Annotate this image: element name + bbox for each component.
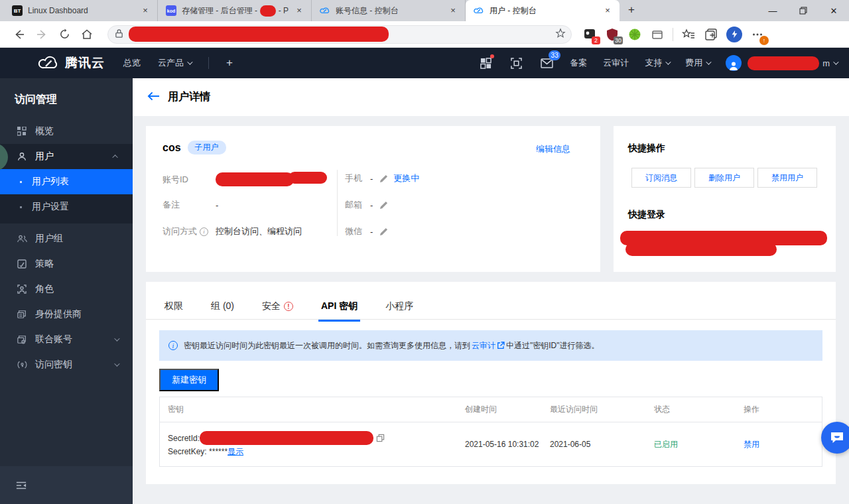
sidebar-item-label: 用户列表 [32,176,69,188]
tab-close-icon[interactable]: × [448,5,458,16]
email-field: 邮箱 - [345,199,388,211]
window-controls: — ✕ [757,0,849,21]
sidebar-item-access-keys[interactable]: 访问密钥 [0,352,133,377]
notification-dot [490,54,494,58]
edit-pencil-icon[interactable] [379,227,388,236]
chevron-down-icon [665,59,671,64]
sidebar-item-federated-accounts[interactable]: 联合账号 [0,327,133,352]
header-divider [208,57,209,69]
nav-billing[interactable]: 费用 [685,57,710,69]
sidebar-item-label: 身份提供商 [35,308,82,320]
show-key-link[interactable]: 显示 [228,447,243,456]
info-icon[interactable]: i [200,227,208,236]
messenger-icon[interactable] [726,27,742,42]
warning-icon: ! [284,302,293,311]
nav-cloud-products[interactable]: 云产品 [158,57,191,69]
folder-extension-icon[interactable] [650,27,665,42]
external-link-icon[interactable] [497,342,505,349]
browser-tab-linux-dashboard[interactable]: BT Linux Dashboard × [4,0,158,21]
update-badge-icon: ↑ [759,36,769,45]
sidebar-title: 访问管理 [0,78,133,119]
back-arrow-icon[interactable] [147,91,160,103]
favorite-star-icon[interactable] [555,28,566,40]
edit-pencil-icon[interactable] [379,201,388,210]
restore-button[interactable] [788,0,818,21]
browser-menu-icon[interactable]: ↑ [750,27,765,42]
nav-beian[interactable]: 备案 [570,57,587,69]
user-type-badge: 子用户 [188,141,226,155]
mini-program-qr-icon[interactable] [509,56,523,70]
sidebar-item-overview[interactable]: 概览 [0,119,133,144]
field-label: 访问方式i [163,225,216,237]
sidebar-item-policies[interactable]: 策略 [0,251,133,277]
sidebar-item-roles[interactable]: 角色 [0,277,133,302]
field-label: 账号ID [163,174,216,186]
user-icon [17,151,27,162]
refresh-icon[interactable] [53,23,76,46]
chevron-down-icon [187,59,192,64]
sidebar-item-user-list[interactable]: 用户列表 [0,169,133,194]
new-tab-button[interactable]: + [622,1,641,20]
edit-pencil-icon[interactable] [379,174,388,183]
extension-badge: 30 [614,36,623,44]
nav-overview[interactable]: 总览 [123,57,141,69]
create-key-button[interactable]: 新建密钥 [159,369,219,391]
tab-title: Linux Dashboard [28,6,135,15]
tencent-cloud-logo[interactable]: 腾讯云 [37,54,105,72]
home-icon[interactable] [76,23,98,46]
tencent-cloud-favicon-icon [474,5,484,16]
green-extension-icon[interactable] [627,27,642,42]
chat-support-button[interactable] [821,422,849,454]
cloud-audit-link[interactable]: 云审计 [472,340,495,351]
nav-cloud-audit[interactable]: 云审计 [603,57,629,69]
forward-icon[interactable] [31,23,53,46]
tab-close-icon[interactable]: × [140,5,151,16]
sidebar-group-users: 用户 用户列表 用户设置 [0,144,133,223]
address-bar[interactable] [107,25,572,44]
add-shortcut-button[interactable]: + [226,56,233,70]
close-window-button[interactable]: ✕ [818,0,849,21]
user-detail-card: cos 子用户 编辑信息 账号ID 备注 - 访问方式i 控制台访问、编程访问 [146,126,600,272]
shield-extension-icon[interactable]: 30 [605,27,620,42]
copy-icon[interactable] [376,434,385,442]
dark-extension-icon[interactable]: 2 [582,27,597,42]
edit-info-link[interactable]: 编辑信息 [536,143,570,155]
tab-close-icon[interactable]: × [294,5,304,16]
account-menu[interactable]: m [726,55,837,71]
sidebar-item-label: 角色 [35,283,54,295]
policy-icon [17,259,27,269]
browser-tab-user-console[interactable]: 用户 - 控制台 × [466,0,620,21]
sidebar-item-user-groups[interactable]: 用户组 [0,226,133,251]
phone-changing-link[interactable]: 更换中 [393,172,419,184]
sidebar-item-label: 用户 [35,151,54,162]
messages-icon[interactable]: 33 [539,56,554,70]
extension-badge: 2 [592,36,600,44]
created-time: 2021-05-16 10:31:02 [465,440,550,449]
sidebar-item-user-settings[interactable]: 用户设置 [0,194,133,220]
col-header-created: 创建时间 [465,404,550,415]
back-icon[interactable] [8,23,31,46]
disable-user-button[interactable]: 禁用用户 [757,168,817,188]
info-banner: i 密钥最近访问时间为此密钥最近一次被调用的时间。如需查询更多使用信息，请到 云… [159,330,822,361]
secret-key-mask: ****** [209,447,228,456]
console-apps-icon[interactable] [478,56,493,70]
col-header-last-access: 最近访问时间 [550,404,654,415]
sidebar-item-identity-providers[interactable]: 身份提供商 [0,302,133,327]
role-icon [17,284,27,294]
tab-close-icon[interactable]: × [602,5,613,16]
user-name: cos [163,142,181,154]
sidebar-item-users[interactable]: 用户 [0,144,133,169]
minimize-button[interactable]: — [757,0,788,21]
collections-icon[interactable] [704,27,718,42]
redaction-blob [748,56,819,70]
browser-tab-storage-admin[interactable]: kod 存储管理 - 后台管理 -- P × [158,0,312,21]
nav-support[interactable]: 支持 [645,57,669,69]
browser-tab-account-info[interactable]: 账号信息 - 控制台 × [312,0,466,21]
delete-user-button[interactable]: 删除用户 [694,168,754,188]
status-badge: 已启用 [654,439,744,450]
collapse-sidebar-icon[interactable] [16,480,27,491]
favorites-bar-icon[interactable] [681,27,696,42]
subscribe-message-button[interactable]: 订阅消息 [631,168,691,188]
browser-window: BT Linux Dashboard × kod 存储管理 - 后台管理 -- … [0,0,849,504]
disable-key-link[interactable]: 禁用 [744,439,822,450]
